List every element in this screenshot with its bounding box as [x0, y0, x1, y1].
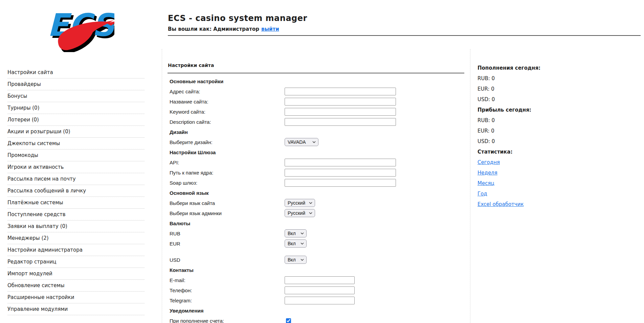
api-input[interactable]: [285, 159, 396, 166]
stats-panel: Пополнения сегодня: RUB: 0 EUR: 0 USD: 0…: [470, 49, 644, 323]
field-label: Адрес сайта:: [170, 89, 285, 94]
deposits-rub: RUB: 0: [478, 73, 644, 84]
telegram-input[interactable]: [285, 297, 355, 304]
sidebar: Настройки сайта Провайдеры Бонусы Турнир…: [0, 49, 162, 323]
phone-input[interactable]: [285, 286, 355, 294]
sidebar-item-jackpots[interactable]: Джекпоты системы: [7, 138, 145, 149]
stat-link-week[interactable]: Неделя: [478, 170, 497, 176]
sidebar-item-payment-systems[interactable]: Платёжные системы: [7, 197, 145, 209]
profit-today-title: Прибыль сегодня:: [478, 105, 644, 115]
sidebar-item-system-update[interactable]: Обновление системы: [7, 280, 145, 292]
soap-gateway-input[interactable]: [285, 179, 396, 187]
admin-language-select[interactable]: Русский: [285, 209, 315, 217]
sidebar-item-page-editor[interactable]: Редактор страниц: [7, 256, 145, 268]
field-label: Telegram:: [170, 298, 285, 303]
eur-select-wrap: Вкл: [285, 239, 307, 248]
form-row: Дизайн: [168, 127, 464, 137]
form-row: Настройки Шлюза: [168, 147, 464, 157]
profit-usd: USD: 0: [478, 136, 644, 146]
sidebar-item-bonuses[interactable]: Бонусы: [7, 90, 145, 102]
sidebar-item-advanced-settings[interactable]: Расширенные настройки: [7, 292, 145, 303]
logout-link[interactable]: выйти: [261, 26, 279, 32]
rub-select[interactable]: Вкл: [285, 230, 306, 237]
site-keyword-input[interactable]: [285, 108, 396, 116]
field-label: Выберите дизайн:: [170, 139, 285, 145]
sidebar-item-promocodes[interactable]: Промокоды: [7, 149, 145, 161]
field-label: Выбери язык сайта: [170, 200, 285, 206]
stat-link-today[interactable]: Сегодня: [478, 159, 500, 165]
field-label: USD: [170, 257, 285, 263]
design-select-wrap: VAVADA: [285, 138, 318, 146]
stat-link-year[interactable]: Год: [478, 191, 487, 197]
section-contacts: Контакты: [170, 267, 194, 273]
sidebar-item-tournaments[interactable]: Турниры (0): [7, 102, 145, 114]
email-input[interactable]: [285, 276, 355, 284]
site-settings-panel: Настройки сайта Основные настройки Адрес…: [162, 49, 470, 323]
page: ECS ECS ECS - casino system manager Вы в…: [0, 0, 644, 323]
sidebar-item-module-import[interactable]: Импорт модулей: [7, 268, 145, 280]
sidebar-item-email-mailing[interactable]: Рассылка писем на почту: [7, 173, 145, 185]
sidebar-item-payout-requests[interactable]: Заявки на выплату (0): [7, 221, 145, 232]
usd-select[interactable]: Вкл: [285, 256, 306, 263]
field-label: При пополнение счета:: [170, 318, 285, 323]
form-row: Description сайта:: [168, 117, 464, 127]
field-label: EUR: [170, 241, 285, 247]
eur-select[interactable]: Вкл: [285, 240, 306, 247]
design-select[interactable]: VAVADA: [285, 138, 318, 146]
sidebar-item-pm-mailing[interactable]: Рассылка сообщений в личку: [7, 185, 145, 197]
core-folder-path-input[interactable]: [285, 169, 396, 177]
site-address-input[interactable]: [285, 88, 396, 95]
field-label: Выбери язык админки: [170, 210, 285, 216]
sidebar-item-managers[interactable]: Менеджеры (2): [7, 232, 145, 244]
field-label: E-mail:: [170, 277, 285, 283]
form-row: E-mail:: [168, 275, 464, 285]
section-currencies: Валюты: [170, 221, 190, 226]
field-label: Keyword сайта:: [170, 109, 285, 115]
rub-select-wrap: Вкл: [285, 229, 307, 237]
form-row: EUR Вкл: [168, 238, 464, 249]
sidebar-item-players[interactable]: Игроки и активность: [7, 161, 145, 173]
sidebar-item-providers[interactable]: Провайдеры: [7, 78, 145, 90]
sidebar-item-lotteries[interactable]: Лотереи (0): [7, 114, 145, 126]
field-label: API:: [170, 160, 285, 165]
site-name-input[interactable]: [285, 98, 396, 106]
sidebar-item-admin-settings[interactable]: Настройки администратора: [7, 244, 145, 256]
form-row: Основные настройки: [168, 76, 464, 86]
section-notifications: Уведомления: [170, 308, 203, 314]
header-divider: [168, 35, 641, 36]
field-label: Description сайта:: [170, 119, 285, 125]
login-status: Вы вошли как: Администраторвыйти: [168, 26, 641, 32]
ecs-logo: ECS ECS: [47, 5, 114, 52]
site-language-select[interactable]: Русский: [285, 199, 315, 207]
admin-language-select-wrap: Русский: [285, 209, 315, 217]
login-status-text: Вы вошли как: Администратор: [168, 26, 259, 32]
site-description-input[interactable]: [285, 118, 396, 126]
deposits-today-title: Пополнения сегодня:: [478, 63, 644, 73]
panel-title: Настройки сайта: [168, 63, 464, 68]
form-row: Путь к папке ядра:: [168, 167, 464, 178]
deposit-notification-checkbox[interactable]: [286, 318, 291, 323]
header-right: ECS - casino system manager Вы вошли как…: [168, 14, 641, 32]
section-design: Дизайн: [170, 129, 188, 135]
field-label: RUB: [170, 231, 285, 236]
section-general-settings: Основные настройки: [170, 78, 223, 84]
sidebar-item-site-settings[interactable]: Настройки сайта: [7, 67, 145, 78]
form-row: При пополнение счета:: [168, 316, 464, 323]
section-main-language: Основной язык: [170, 190, 209, 196]
form-row: Валюты: [168, 218, 464, 228]
body: Настройки сайта Провайдеры Бонусы Турнир…: [0, 49, 644, 323]
form-row: Основной язык: [168, 188, 464, 198]
sidebar-item-promotions[interactable]: Акции и розыгрыши (0): [7, 126, 145, 138]
sidebar-item-incoming-funds[interactable]: Поступление средств: [7, 209, 145, 221]
deposits-usd: USD: 0: [478, 94, 644, 105]
sidebar-item-module-management[interactable]: Управление модулями: [7, 303, 145, 315]
form-row: Телефон:: [168, 285, 464, 295]
stat-link-month[interactable]: Месяц: [478, 180, 494, 186]
form-row: API:: [168, 157, 464, 167]
form-row: Контакты: [168, 265, 464, 275]
stat-link-excel[interactable]: Excel обработчик: [478, 201, 524, 207]
field-label: Название сайта:: [170, 99, 285, 105]
section-gateway-settings: Настройки Шлюза: [170, 149, 216, 155]
statistics-title: Статистика:: [478, 146, 644, 157]
field-label: Путь к папке ядра:: [170, 170, 285, 176]
